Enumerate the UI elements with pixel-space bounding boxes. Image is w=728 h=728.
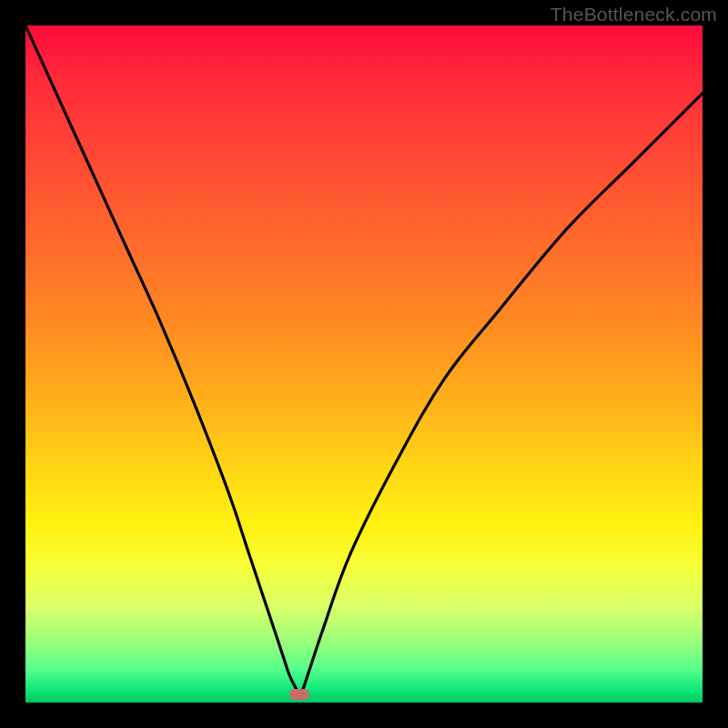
plot-area bbox=[25, 25, 703, 703]
bottleneck-curve bbox=[25, 25, 703, 703]
watermark-text: TheBottleneck.com bbox=[551, 4, 717, 25]
minimum-marker bbox=[289, 689, 309, 700]
chart-frame: TheBottleneck.com bbox=[0, 0, 728, 728]
